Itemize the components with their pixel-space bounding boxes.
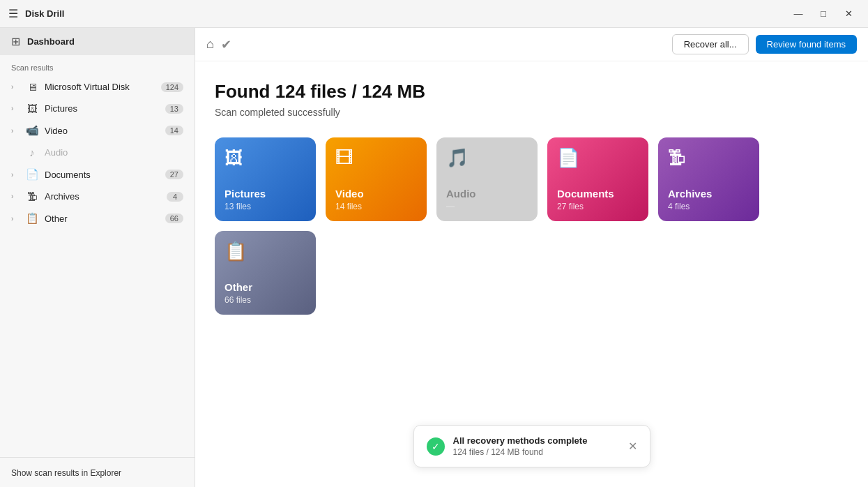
main-content: ⌂ ✔ Recover all... Review found items Fo…	[195, 28, 868, 487]
pictures-icon: 🖼	[25, 103, 39, 114]
show-in-explorer-button[interactable]: Show scan results in Explorer	[11, 468, 121, 478]
toast-check-icon: ✓	[427, 437, 445, 456]
toast-subtitle: 124 files / 124 MB found	[453, 447, 620, 457]
video-icon: 📹	[25, 124, 39, 137]
card-archives-icon: 🗜	[668, 147, 686, 169]
card-archives-name: Archives	[668, 188, 712, 200]
sidebar-item-documents[interactable]: › 📄 Documents 27	[0, 163, 195, 186]
card-documents[interactable]: 📄 Documents 27 files	[547, 137, 648, 221]
chevron-icon: ›	[11, 105, 20, 112]
cards-grid: 🖼 Pictures 13 files 🎞 Video 14 files 🎵 A…	[215, 137, 848, 315]
card-video[interactable]: 🎞 Video 14 files	[326, 137, 427, 221]
dashboard-icon: ⊞	[11, 35, 20, 48]
card-pictures-name: Pictures	[224, 188, 266, 200]
menu-icon[interactable]: ☰	[8, 7, 18, 20]
chevron-icon: ›	[11, 215, 20, 223]
sidebar-pictures-count: 13	[165, 104, 183, 114]
card-other-count: 66 files	[224, 295, 251, 305]
topbar: ⌂ ✔ Recover all... Review found items	[195, 28, 868, 61]
sidebar-other-label: Other	[45, 213, 160, 224]
sidebar-item-pictures[interactable]: › 🖼 Pictures 13	[0, 98, 195, 119]
recover-all-button[interactable]: Recover all...	[672, 34, 749, 54]
chevron-icon: ›	[11, 127, 20, 135]
toast-text: All recovery methods complete 124 files …	[453, 435, 620, 457]
found-title: Found 124 files / 124 MB	[215, 81, 848, 103]
card-video-count: 14 files	[335, 202, 362, 211]
maximize-button[interactable]: □	[812, 6, 835, 22]
sidebar-footer: Show scan results in Explorer	[0, 457, 195, 487]
card-video-icon: 🎞	[335, 147, 353, 169]
minimize-button[interactable]: —	[787, 6, 809, 22]
sidebar: ⊞ Dashboard Scan results › 🖥 Microsoft V…	[0, 28, 195, 487]
card-video-name: Video	[335, 188, 364, 200]
sidebar-documents-count: 27	[165, 170, 183, 179]
chevron-icon: ›	[11, 171, 20, 179]
sidebar-audio-label: Audio	[45, 147, 183, 158]
sidebar-documents-label: Documents	[45, 170, 160, 180]
sidebar-pictures-label: Pictures	[45, 103, 160, 114]
sidebar-other-count: 66	[165, 213, 183, 223]
review-found-items-button[interactable]: Review found items	[756, 35, 857, 54]
window-controls: — □ ✕	[787, 6, 860, 22]
card-pictures[interactable]: 🖼 Pictures 13 files	[215, 137, 316, 221]
sidebar-item-video[interactable]: › 📹 Video 14	[0, 119, 195, 142]
app-title: Disk Drill	[25, 8, 787, 19]
archives-icon: 🗜	[25, 190, 39, 202]
sidebar-item-other[interactable]: › 📋 Other 66	[0, 207, 195, 230]
scan-results-label: Scan results	[0, 55, 195, 76]
sidebar-item-virtual-disk[interactable]: › 🖥 Microsoft Virtual Disk 124	[0, 76, 195, 98]
other-icon: 📋	[25, 212, 39, 225]
card-pictures-icon: 🖼	[224, 147, 243, 169]
card-documents-name: Documents	[557, 188, 614, 200]
card-documents-count: 27 files	[557, 202, 584, 211]
titlebar: ☰ Disk Drill — □ ✕	[0, 0, 868, 28]
card-archives-count: 4 files	[668, 202, 690, 211]
chevron-icon: ›	[11, 193, 20, 200]
card-archives[interactable]: 🗜 Archives 4 files	[658, 137, 759, 221]
check-icon: ✔	[221, 37, 231, 52]
card-audio-dash: —	[446, 202, 455, 211]
documents-icon: 📄	[25, 168, 39, 181]
sidebar-nav: ⊞ Dashboard Scan results › 🖥 Microsoft V…	[0, 28, 195, 457]
sidebar-item-audio[interactable]: › ♪ Audio	[0, 142, 195, 163]
card-audio[interactable]: 🎵 Audio —	[436, 137, 538, 221]
card-other-name: Other	[224, 281, 252, 294]
home-icon[interactable]: ⌂	[206, 37, 214, 52]
card-pictures-count: 13 files	[224, 202, 251, 211]
dashboard-label: Dashboard	[27, 36, 75, 47]
card-audio-name: Audio	[446, 188, 476, 200]
sidebar-virtual-disk-count: 124	[161, 82, 183, 92]
card-audio-icon: 🎵	[446, 147, 469, 169]
card-other-icon: 📋	[224, 241, 247, 262]
sidebar-video-label: Video	[45, 126, 160, 136]
card-documents-icon: 📄	[557, 147, 579, 169]
sidebar-archives-label: Archives	[45, 191, 161, 202]
sidebar-virtual-disk-label: Microsoft Virtual Disk	[45, 82, 155, 92]
app-body: ⊞ Dashboard Scan results › 🖥 Microsoft V…	[0, 28, 868, 487]
scan-status: Scan completed successfully	[215, 107, 848, 118]
sidebar-item-archives[interactable]: › 🗜 Archives 4	[0, 186, 195, 207]
chevron-icon: ›	[11, 83, 20, 91]
card-other[interactable]: 📋 Other 66 files	[215, 231, 316, 315]
close-button[interactable]: ✕	[837, 6, 860, 22]
toast-notification: ✓ All recovery methods complete 124 file…	[413, 425, 650, 467]
audio-icon: ♪	[25, 147, 39, 158]
sidebar-archives-count: 4	[167, 192, 183, 202]
toast-close-button[interactable]: ✕	[628, 440, 637, 453]
content-area: Found 124 files / 124 MB Scan completed …	[195, 61, 868, 487]
sidebar-item-dashboard[interactable]: ⊞ Dashboard	[0, 28, 195, 55]
toast-title: All recovery methods complete	[453, 435, 620, 446]
virtual-disk-icon: 🖥	[25, 81, 39, 93]
sidebar-video-count: 14	[165, 126, 183, 135]
